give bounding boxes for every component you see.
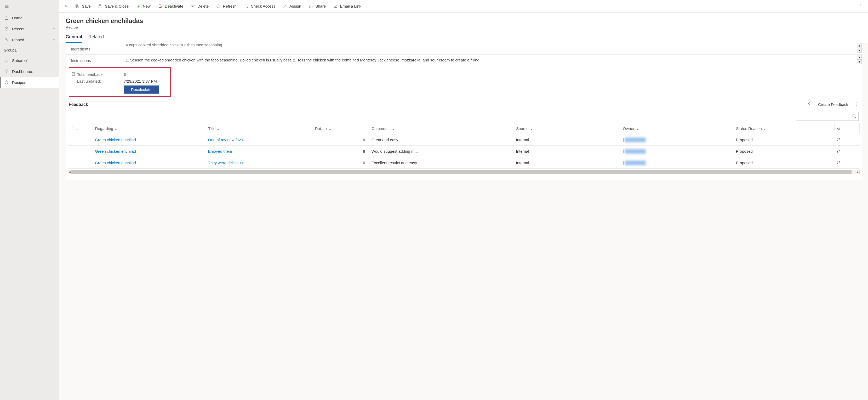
- cell-regarding[interactable]: Green chicken enchilad: [93, 134, 206, 146]
- cell-owner[interactable]: |: [621, 134, 734, 146]
- col-select[interactable]: ⌄: [68, 123, 93, 134]
- tab-related[interactable]: Related: [88, 34, 104, 43]
- nav-subarea1[interactable]: Subarea1: [0, 55, 59, 66]
- assign-icon: [283, 4, 287, 8]
- horizontal-scrollbar[interactable]: ◀ ▶: [68, 170, 860, 174]
- cell-source: Internal: [514, 134, 621, 146]
- col-regarding[interactable]: Regarding⌄: [93, 123, 206, 134]
- cell-m: 7/: [834, 146, 859, 157]
- cell-comments: Excellent results and easy...: [369, 157, 514, 168]
- last-updated-value: 7/29/2021 3:37 PM: [124, 79, 157, 83]
- svg-rect-5: [5, 59, 8, 62]
- table-row[interactable]: Green chicken enchiladOne of my new favs…: [68, 134, 860, 146]
- svg-point-19: [284, 5, 285, 6]
- save-close-icon: [98, 4, 103, 8]
- chevron-down-icon: [52, 38, 55, 42]
- rollup-highlight-box: Total feedback 3 Last updated: 7/29/2021…: [69, 67, 171, 97]
- cell-regarding[interactable]: Green chicken enchilad: [93, 146, 206, 157]
- command-bar: Save Save & Close New Deactivate Delete …: [59, 0, 868, 12]
- scroll-down-button[interactable]: ▼: [857, 59, 862, 64]
- command-overflow[interactable]: [854, 4, 866, 9]
- nav-pinned[interactable]: Pinned: [0, 34, 59, 45]
- nav-home[interactable]: Home: [0, 12, 59, 23]
- cell-m: 7/: [834, 134, 859, 146]
- cell-regarding[interactable]: Green chicken enchilad: [93, 157, 206, 168]
- nav-recent[interactable]: Recent: [0, 23, 59, 34]
- cell-comments: Great and easy.: [369, 134, 514, 146]
- col-title[interactable]: Title⌄: [206, 123, 313, 134]
- save-label: Save: [82, 4, 91, 8]
- col-owner[interactable]: Owner⌄: [621, 123, 734, 134]
- nav-dashboards[interactable]: Dashboards: [0, 66, 59, 77]
- chevron-down-icon: [52, 27, 55, 31]
- svg-rect-8: [5, 72, 6, 73]
- col-source[interactable]: Source⌄: [514, 123, 621, 134]
- tab-general[interactable]: General: [66, 34, 82, 43]
- scroll-right-arrow[interactable]: ▶: [856, 170, 859, 174]
- cell-title[interactable]: They were delicious!: [206, 157, 313, 168]
- field-instructions-value: 1. Season the cooked shredded chicken wi…: [126, 58, 857, 62]
- new-button[interactable]: New: [132, 0, 154, 12]
- nav-group-label: Group1: [0, 45, 59, 55]
- scroll-up-button[interactable]: ▲: [857, 43, 862, 48]
- col-comments[interactable]: Comments⌄: [369, 123, 514, 134]
- subgrid-search-input[interactable]: [796, 112, 859, 121]
- svg-point-25: [860, 5, 860, 6]
- share-button[interactable]: Share: [305, 0, 330, 12]
- svg-line-37: [855, 117, 856, 117]
- svg-point-35: [856, 105, 857, 105]
- email-link-button[interactable]: Email a Link: [330, 0, 365, 12]
- subgrid-title: Feedback: [69, 102, 88, 107]
- hamburger-icon[interactable]: [0, 1, 59, 12]
- table-row[interactable]: Green chicken enchiladEnjoyed them8Would…: [68, 146, 860, 157]
- delete-button[interactable]: Delete: [187, 0, 212, 12]
- cell-status: Proposed: [734, 134, 835, 146]
- svg-rect-27: [72, 72, 74, 75]
- create-feedback-button[interactable]: Create Feedback: [818, 102, 848, 107]
- cell-owner[interactable]: |: [621, 157, 734, 168]
- record-title: Green chicken enchiladas: [66, 17, 862, 25]
- clock-icon: [4, 27, 9, 31]
- col-m[interactable]: M: [834, 123, 859, 134]
- cell-comments: Would suggest adding m...: [369, 146, 514, 157]
- col-rating[interactable]: Rat...↑ ⌄: [313, 123, 369, 134]
- nav-subarea1-label: Subarea1: [12, 58, 29, 63]
- back-button[interactable]: [61, 0, 71, 12]
- svg-line-16: [160, 6, 162, 7]
- field-ingredients-label: Ingredients: [71, 46, 126, 51]
- deactivate-icon: [158, 4, 163, 8]
- refresh-button[interactable]: Refresh: [212, 0, 240, 12]
- field-instructions[interactable]: Instructions 1. Season the cooked shredd…: [66, 55, 862, 66]
- subgrid-overflow[interactable]: [855, 102, 859, 107]
- field-ingredients[interactable]: Ingredients 4 cups cooked shredded chick…: [66, 43, 862, 55]
- svg-rect-14: [159, 5, 161, 7]
- save-close-label: Save & Close: [105, 4, 129, 8]
- scroll-thumb[interactable]: [72, 170, 851, 174]
- cell-title[interactable]: One of my new favs: [206, 134, 313, 146]
- assign-button[interactable]: Assign: [279, 0, 305, 12]
- svg-marker-32: [808, 102, 811, 104]
- nav-recipes[interactable]: Recipes: [0, 77, 59, 88]
- col-status-reason[interactable]: Status Reason⌄: [734, 123, 835, 134]
- cell-title[interactable]: Enjoyed them: [206, 146, 313, 157]
- svg-rect-23: [334, 5, 337, 7]
- gear-icon: [4, 80, 9, 85]
- scroll-left-arrow[interactable]: ◀: [68, 170, 72, 174]
- save-button[interactable]: Save: [71, 0, 94, 12]
- cell-source: Internal: [514, 146, 621, 157]
- cell-owner[interactable]: |: [621, 146, 734, 157]
- flow-icon[interactable]: [808, 102, 812, 107]
- calculator-icon: [71, 72, 75, 77]
- new-label: New: [143, 4, 151, 8]
- recalculate-button[interactable]: Recalculate: [124, 86, 159, 94]
- svg-point-34: [856, 104, 857, 104]
- check-access-button[interactable]: Check Access: [240, 0, 279, 12]
- save-close-button[interactable]: Save & Close: [94, 0, 132, 12]
- check-access-icon: [244, 4, 249, 8]
- deactivate-button[interactable]: Deactivate: [154, 0, 187, 12]
- scroll-down-button[interactable]: ▼: [857, 48, 862, 53]
- svg-point-26: [860, 7, 860, 7]
- table-row[interactable]: Green chicken enchiladThey were deliciou…: [68, 157, 860, 168]
- field-instructions-label: Instructions: [71, 58, 126, 63]
- scroll-up-button[interactable]: ▲: [857, 55, 862, 59]
